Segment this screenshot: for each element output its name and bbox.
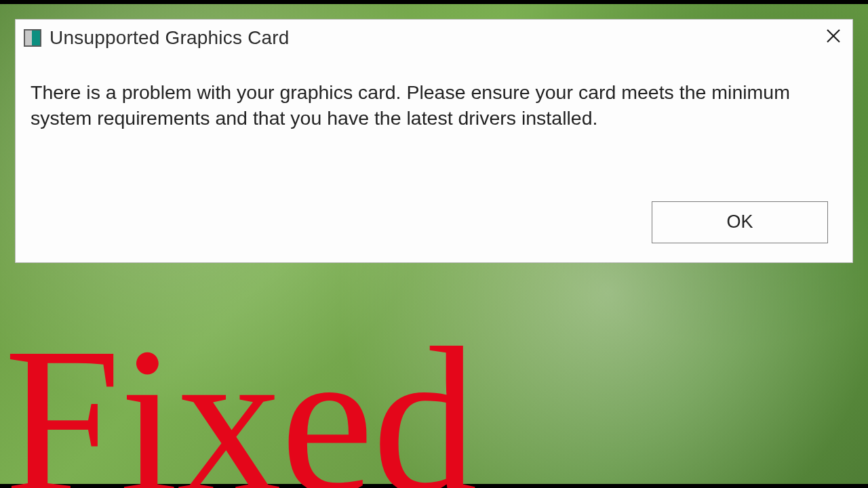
dialog-button-row: OK	[652, 201, 828, 243]
app-icon	[24, 29, 41, 47]
dialog-title: Unsupported Graphics Card	[50, 27, 290, 49]
ok-button[interactable]: OK	[652, 201, 828, 243]
overlay-caption: Fixed	[4, 316, 476, 488]
error-dialog: Unsupported Graphics Card There is a pro…	[15, 19, 853, 263]
dialog-titlebar: Unsupported Graphics Card	[16, 20, 852, 52]
ok-button-label: OK	[726, 211, 753, 232]
close-icon	[826, 28, 841, 46]
close-button[interactable]	[821, 25, 846, 49]
letterbox-top	[0, 0, 868, 4]
dialog-message: There is a problem with your graphics ca…	[16, 52, 852, 131]
